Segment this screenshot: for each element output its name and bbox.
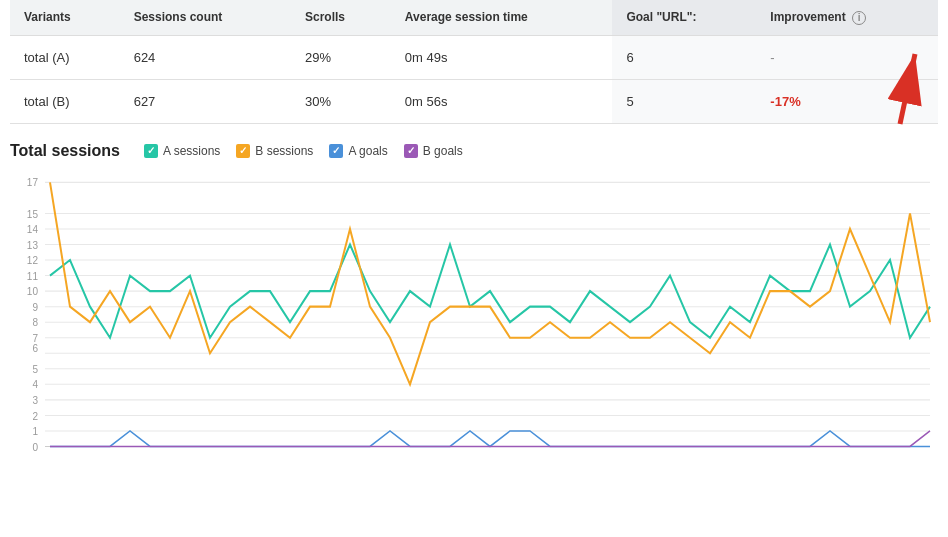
header-scrolls: Scrolls <box>291 0 391 35</box>
header-goal-url: Goal "URL": <box>612 0 756 35</box>
legend-a-sessions-label: A sessions <box>163 144 220 158</box>
legend-b-goals-label: B goals <box>423 144 463 158</box>
legend-a-goals: ✓ A goals <box>329 144 387 158</box>
svg-text:17: 17 <box>27 177 38 188</box>
cell-scrolls-a: 29% <box>291 35 391 79</box>
table-row: total (B) 627 30% 0m 56s 5 -17% <box>10 79 938 123</box>
legend-b-goals-check: ✓ <box>404 144 418 158</box>
chart-section: Total sessions ✓ A sessions ✓ B sessions… <box>0 124 948 472</box>
chart-wrapper: 17 15 14 13 12 11 10 9 8 7 6 5 4 <box>10 172 938 462</box>
svg-text:10: 10 <box>27 286 38 297</box>
cell-variant-b: total (B) <box>10 79 120 123</box>
cell-improvement-a: - <box>756 35 938 79</box>
header-improvement: Improvement i <box>756 0 938 35</box>
cell-avg-time-b: 0m 56s <box>391 79 613 123</box>
chart-header: Total sessions ✓ A sessions ✓ B sessions… <box>10 142 938 160</box>
svg-text:0: 0 <box>32 441 38 452</box>
legend-b-sessions-check: ✓ <box>236 144 250 158</box>
header-sessions-count: Sessions count <box>120 0 291 35</box>
svg-text:15: 15 <box>27 208 38 219</box>
header-variants: Variants <box>10 0 120 35</box>
improvement-info-icon[interactable]: i <box>852 11 866 25</box>
chart-title: Total sessions <box>10 142 120 160</box>
legend-b-goals: ✓ B goals <box>404 144 463 158</box>
chart-svg: 17 15 14 13 12 11 10 9 8 7 6 5 4 <box>10 172 938 462</box>
chart-legend: ✓ A sessions ✓ B sessions ✓ A goals ✓ B … <box>144 144 463 158</box>
svg-text:6: 6 <box>32 343 38 354</box>
cell-scrolls-b: 30% <box>291 79 391 123</box>
a-goals-line <box>50 431 930 447</box>
svg-text:8: 8 <box>32 317 38 328</box>
svg-text:2: 2 <box>32 410 38 421</box>
cell-improvement-b: -17% <box>756 79 938 123</box>
legend-a-goals-label: A goals <box>348 144 387 158</box>
svg-text:4: 4 <box>32 379 38 390</box>
svg-text:9: 9 <box>32 301 38 312</box>
cell-goal-b: 5 <box>612 79 756 123</box>
cell-avg-time-a: 0m 49s <box>391 35 613 79</box>
cell-sessions-a: 624 <box>120 35 291 79</box>
cell-variant-a: total (A) <box>10 35 120 79</box>
header-avg-session-time: Average session time <box>391 0 613 35</box>
table-row: total (A) 624 29% 0m 49s 6 - <box>10 35 938 79</box>
data-table-section: Variants Sessions count Scrolls Average … <box>0 0 948 124</box>
ab-test-table: Variants Sessions count Scrolls Average … <box>10 0 938 124</box>
legend-b-sessions: ✓ B sessions <box>236 144 313 158</box>
legend-a-goals-check: ✓ <box>329 144 343 158</box>
svg-text:12: 12 <box>27 255 38 266</box>
legend-b-sessions-label: B sessions <box>255 144 313 158</box>
svg-text:13: 13 <box>27 239 38 250</box>
svg-text:11: 11 <box>27 270 38 281</box>
cell-sessions-b: 627 <box>120 79 291 123</box>
b-sessions-line <box>50 182 930 384</box>
svg-text:5: 5 <box>32 364 38 375</box>
svg-text:14: 14 <box>27 224 38 235</box>
legend-a-sessions-check: ✓ <box>144 144 158 158</box>
legend-a-sessions: ✓ A sessions <box>144 144 220 158</box>
b-goals-line <box>50 431 930 447</box>
svg-text:3: 3 <box>32 395 38 406</box>
svg-text:1: 1 <box>32 426 38 437</box>
cell-goal-a: 6 <box>612 35 756 79</box>
